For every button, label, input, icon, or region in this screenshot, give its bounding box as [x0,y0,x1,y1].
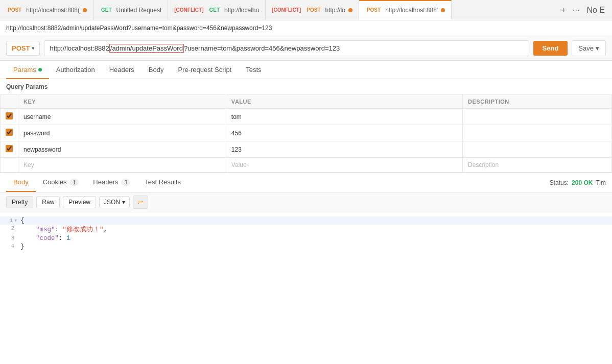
param-key-2[interactable]: password [18,125,226,141]
col-header-checkbox [1,95,18,109]
tab-post-808[interactable]: POST http://localhost:808( [0,0,93,20]
new-tab-button[interactable]: + [559,4,568,17]
response-tab-headers[interactable]: Headers 3 [86,173,137,192]
response-tab-cookies[interactable]: Cookies 1 [36,173,86,192]
response-bar: Body Cookies 1 Headers 3 Test Results St… [0,173,612,192]
line-num-1: 1 ▾ [0,217,20,224]
tab-title-5: http://localhost:888' [385,7,438,14]
key-placeholder: Key [23,161,34,168]
response-section: Body Cookies 1 Headers 3 Test Results St… [0,173,612,364]
tab-authorization-label: Authorization [56,66,95,74]
status-area: Status: 200 OK Tim [550,179,606,186]
url-display-bar: http://localhost:8882/admin/updatePassWo… [0,20,612,36]
param-value-1[interactable]: tom [226,109,462,125]
table-row: username tom [1,109,612,125]
params-table: KEY VALUE DESCRIPTION username tom passw… [0,94,612,173]
tab-conflict-post[interactable]: [CONFLICT] POST http://lo [266,0,359,20]
cookies-badge: 1 [69,179,79,186]
no-environment-button[interactable]: No E [584,4,607,17]
preview-button[interactable]: Preview [63,196,96,208]
request-bar: POST ▾ http://localhost:8882/admin/updat… [0,36,612,61]
response-tab-test-results[interactable]: Test Results [137,173,188,192]
wrap-button[interactable]: ⇌ [133,196,148,209]
code-area: 1 ▾ { 2 "msg": "修改成功！", 3 "code": 1 4 [0,212,612,364]
param-value-2[interactable]: 456 [226,125,462,141]
collapse-icon[interactable]: ▾ [14,217,17,224]
line-num-2: 2 [0,225,20,231]
send-button[interactable]: Send [533,41,568,56]
status-value: 200 OK [572,179,593,186]
format-select-label: JSON [104,199,120,206]
query-params-title: Query Params [0,79,612,94]
tab-prerequest-label: Pre-request Script [178,66,231,74]
url-highlighted-segment: /admin/updatePassWord [109,44,184,53]
chevron-down-icon: ▾ [32,45,34,51]
param-desc-3[interactable] [463,141,612,158]
conflict-badge-3: [CONFLICT] [174,7,203,13]
param-checkbox-3[interactable] [6,145,13,152]
status-label: Status: [550,179,569,186]
method-select[interactable]: POST ▾ [6,41,40,56]
save-button[interactable]: Save ▾ [572,40,606,56]
url-display-text: http://localhost:8882/admin/updatePassWo… [6,25,272,32]
table-row-placeholder: Key Value Description [1,158,612,173]
tab-method-5: POST [365,7,382,13]
main-content: http://localhost:8882/admin/updatePassWo… [0,20,612,364]
tab-params[interactable]: Params [6,61,49,79]
tab-title-3: http://localho [224,7,259,14]
headers-badge: 3 [121,179,130,186]
tab-title-4: http://lo [325,7,345,14]
tab-conflict-get[interactable]: [CONFLICT] GET http://localho [168,0,266,20]
wrap-icon: ⇌ [137,198,144,206]
method-label: POST [12,44,30,52]
params-dot [38,68,42,71]
tab-dot-5 [441,8,445,12]
param-checkbox-2[interactable] [6,129,13,136]
url-suffix: ?username=tom&password=456&newpassword=1… [184,44,340,52]
code-line-3: 3 "code": 1 [0,234,612,242]
param-desc-2[interactable] [463,125,612,141]
tab-get-untitled[interactable]: GET Untitled Request [93,0,168,20]
line-num-4: 4 [0,243,20,249]
param-checkbox-1[interactable] [6,112,13,119]
param-key-1[interactable]: username [18,109,226,125]
format-select[interactable]: JSON ▾ [99,196,130,208]
tab-method-1: POST [6,7,23,13]
param-value-3[interactable]: 123 [226,141,462,158]
table-row: newpassword 123 [1,141,612,158]
tab-params-label: Params [13,66,36,74]
line-num-3: 3 [0,235,20,241]
tab-prerequest[interactable]: Pre-request Script [171,61,239,79]
nav-tabs: Params Authorization Headers Body Pre-re… [0,61,612,79]
tab-method-3: GET [207,7,221,13]
tab-headers[interactable]: Headers [102,61,142,79]
tab-dot-1 [83,8,87,12]
params-section: Query Params KEY VALUE DESCRIPTION usern… [0,79,612,173]
param-key-3[interactable]: newpassword [18,141,226,158]
param-desc-1[interactable] [463,109,612,125]
tab-title-2: Untitled Request [116,7,162,14]
raw-button[interactable]: Raw [36,196,60,208]
code-line-4: 4 } [0,242,612,251]
response-tabs: Body Cookies 1 Headers 3 Test Results [6,173,550,192]
code-line-1: 1 ▾ { [0,216,612,225]
tab-body-label: Body [149,66,164,74]
pretty-button[interactable]: Pretty [6,196,33,208]
tab-authorization[interactable]: Authorization [49,61,102,79]
save-chevron-icon: ▾ [596,44,599,52]
desc-placeholder: Description [468,161,499,168]
conflict-badge-4: [CONFLICT] [272,7,301,13]
table-row: password 456 [1,125,612,141]
tab-post-8882[interactable]: POST http://localhost:888' [359,0,452,20]
tab-tests[interactable]: Tests [239,61,268,79]
tab-bar: POST http://localhost:808( GET Untitled … [0,0,612,20]
tab-method-2: GET [100,7,113,13]
tab-title-1: http://localhost:808( [26,7,80,14]
value-placeholder: Value [231,161,247,168]
col-header-key: KEY [18,95,226,109]
tab-dot-4 [348,8,352,12]
more-tabs-button[interactable]: ··· [571,4,581,17]
tab-body[interactable]: Body [142,61,171,79]
response-tab-body[interactable]: Body [6,173,36,192]
format-select-chevron-icon: ▾ [122,199,125,206]
